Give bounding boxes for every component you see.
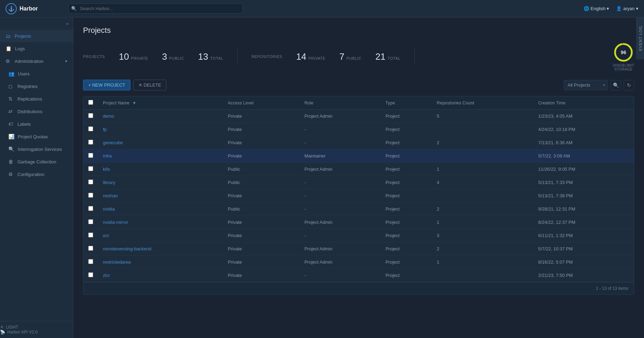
select-all-checkbox[interactable]	[88, 100, 93, 105]
row-select-4[interactable]	[88, 166, 93, 171]
app-header: ⚓ Harbor 🔍 🌐 English ▾ 👤 aryan ▾	[0, 0, 644, 17]
row-created-6: 5/13/21, 7:38 PM	[533, 189, 634, 203]
row-repos-11: 1	[432, 256, 533, 269]
row-checkbox-6	[83, 189, 98, 203]
storage-label: 349GBLimit STORAGE	[613, 64, 634, 71]
table-row: library Public - Project 4 5/13/21, 7:33…	[83, 176, 634, 189]
sidebar-item-projects[interactable]: 🗂 Projects	[0, 30, 73, 42]
row-role-11: Project Admin	[300, 256, 381, 269]
event-log-tab[interactable]: EVENT LOG	[636, 17, 644, 59]
row-select-11[interactable]	[88, 259, 93, 264]
event-log-label: EVENT LOG	[638, 26, 643, 51]
sidebar-item-interrogation-services[interactable]: 🔍 Interrogation Services	[3, 143, 73, 155]
quotas-icon: 📊	[8, 134, 14, 139]
refresh-button[interactable]: ↻	[624, 80, 634, 90]
sidebar-item-project-quotas[interactable]: 📊 Project Quotas	[3, 130, 73, 143]
project-link-0[interactable]: demo	[103, 113, 114, 119]
sidebar-section-administration[interactable]: ⚙ Administration ▾	[0, 55, 73, 67]
toolbar-right: All Projects My Projects Public Projects…	[564, 80, 634, 90]
project-filter-select[interactable]: All Projects My Projects Public Projects	[564, 80, 608, 90]
api-label: Harbor API V2.0	[7, 330, 38, 335]
row-access-6: Private	[223, 189, 300, 203]
row-checkbox-10	[83, 242, 98, 256]
row-repos-7: 2	[432, 203, 533, 216]
sidebar-item-logs[interactable]: 📋 Logs	[0, 42, 73, 55]
sidebar-footer-api[interactable]: 📡 Harbor API V2.0	[0, 330, 73, 335]
row-access-7: Public	[223, 203, 300, 216]
projects-public-stat: 3 PUBLIC	[162, 51, 184, 62]
row-access-8: Private	[223, 216, 300, 229]
row-access-10: Private	[223, 242, 300, 256]
users-icon: 👥	[8, 71, 14, 76]
row-repos-4: 1	[432, 163, 533, 176]
project-link-5[interactable]: library	[103, 180, 115, 185]
table-row: fp Private - Project 4/24/22, 10:18 PM	[83, 123, 634, 136]
project-link-11[interactable]: restrictedarea	[103, 259, 130, 265]
registries-label: Registries	[17, 84, 38, 89]
project-link-3[interactable]: infra	[103, 153, 112, 159]
row-select-0[interactable]	[88, 113, 93, 118]
sidebar-item-users[interactable]: 👥 Users	[3, 67, 73, 80]
new-project-button[interactable]: + NEW PROJECT	[83, 80, 130, 90]
row-select-12[interactable]	[88, 272, 93, 277]
row-access-9: Private	[223, 229, 300, 242]
row-select-10[interactable]	[88, 246, 93, 251]
project-link-2[interactable]: genecube	[103, 140, 123, 145]
header-repo-count: Repositories Count	[432, 96, 533, 110]
users-label: Users	[18, 71, 30, 76]
project-link-12[interactable]: zlcr	[103, 273, 110, 278]
language-button[interactable]: 🌐 English ▾	[584, 6, 609, 11]
sidebar-collapse-button[interactable]: «	[0, 17, 73, 30]
row-select-1[interactable]	[88, 126, 93, 131]
row-created-5: 5/13/21, 7:33 PM	[533, 176, 634, 189]
logs-icon: 📋	[6, 46, 12, 51]
project-link-4[interactable]: k8s	[103, 167, 110, 172]
garbage-icon: 🗑	[8, 159, 14, 164]
storage-gauge: 96 349GBLimit STORAGE	[613, 42, 634, 71]
sidebar-item-distributions[interactable]: ⇄ Distributions	[3, 105, 73, 118]
labels-label: Labels	[17, 122, 31, 127]
row-created-3: 5/7/22, 3:09 AM	[533, 149, 634, 163]
admin-label: Administration	[15, 59, 43, 64]
row-select-8[interactable]	[88, 219, 93, 224]
search-button[interactable]: 🔍	[611, 80, 621, 90]
config-icon: ⚙	[8, 171, 14, 177]
row-repos-1	[432, 123, 533, 136]
header-access-level: Access Level	[223, 96, 300, 110]
row-select-7[interactable]	[88, 206, 93, 211]
row-type-0: Project	[381, 110, 432, 123]
row-checkbox-11	[83, 256, 98, 269]
project-link-1[interactable]: fp	[103, 127, 107, 132]
globe-icon: 🌐	[584, 6, 589, 11]
sidebar-footer-theme[interactable]: ☀ LIGHT	[0, 325, 73, 330]
user-button[interactable]: 👤 aryan ▾	[616, 6, 638, 11]
registries-icon: ◻	[8, 83, 14, 89]
project-link-6[interactable]: neshan	[103, 193, 118, 198]
delete-button[interactable]: ✕ DELETE	[133, 80, 166, 90]
table-row: nvidia Public - Project 2 9/28/21, 12:31…	[83, 203, 634, 216]
project-link-7[interactable]: nvidia	[103, 206, 115, 212]
row-select-5[interactable]	[88, 179, 93, 184]
sidebar-item-replications[interactable]: ⇅ Replications	[3, 93, 73, 105]
row-select-6[interactable]	[88, 193, 93, 198]
row-created-0: 1/23/23, 4:05 AM	[533, 110, 634, 123]
header-role: Role	[300, 96, 381, 110]
project-link-10[interactable]: remotesensing-backend	[103, 246, 151, 251]
row-type-4: Project	[381, 163, 432, 176]
sidebar-item-registries[interactable]: ◻ Registries	[3, 80, 73, 93]
row-access-12: Private	[223, 269, 300, 282]
project-link-9[interactable]: ocr	[103, 233, 109, 238]
sidebar-item-garbage-collection[interactable]: 🗑 Garbage Collection	[3, 155, 73, 168]
row-select-3[interactable]	[88, 153, 93, 158]
row-checkbox-5	[83, 176, 98, 189]
search-input[interactable]	[68, 3, 243, 14]
project-link-8[interactable]: nvidia-mirror	[103, 220, 128, 225]
sidebar-item-configuration[interactable]: ⚙ Configuration	[3, 168, 73, 181]
sidebar-item-labels[interactable]: 🏷 Labels	[3, 118, 73, 130]
logo[interactable]: ⚓ Harbor	[6, 3, 61, 14]
projects-total-stat: 13 TOTAL	[198, 51, 223, 62]
row-checkbox-2	[83, 136, 98, 149]
row-access-11: Private	[223, 256, 300, 269]
row-select-9[interactable]	[88, 233, 93, 237]
row-select-2[interactable]	[88, 140, 93, 145]
